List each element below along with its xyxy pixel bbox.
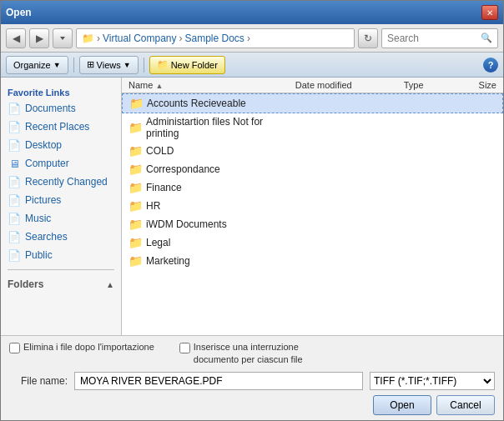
folder-icon: 📁 bbox=[129, 254, 143, 268]
toolbar-separator2 bbox=[144, 58, 144, 73]
file-name-cell: 📁 Accounts Recieveable bbox=[123, 96, 290, 111]
table-row[interactable]: 📁 COLD bbox=[122, 142, 503, 160]
sidebar-separator bbox=[8, 269, 114, 270]
file-type-cell bbox=[397, 150, 472, 152]
sidebar-item-label: Computer bbox=[25, 158, 69, 169]
column-header-date[interactable]: Date modified bbox=[289, 80, 397, 90]
file-list-area: Name ▲ Date modified Type Size 📁 Account… bbox=[122, 78, 503, 335]
refresh-button[interactable]: ↻ bbox=[358, 28, 378, 48]
breadcrumb-part2[interactable]: Sample Docs bbox=[185, 33, 244, 44]
search-box[interactable]: 🔍 bbox=[381, 28, 498, 48]
folder-icon: 📁 bbox=[129, 236, 143, 249]
back-button[interactable]: ◀ bbox=[6, 28, 26, 48]
open-button[interactable]: Open bbox=[373, 395, 431, 415]
buttons-row: Open Cancel bbox=[9, 395, 495, 415]
table-row[interactable]: 📁 iWDM Documents bbox=[122, 215, 503, 233]
folder-icon: 📁 bbox=[129, 144, 143, 158]
file-date-cell bbox=[289, 127, 397, 128]
dialog-title: Open bbox=[6, 7, 32, 18]
table-row[interactable]: 📁 Accounts Recieveable bbox=[122, 93, 503, 113]
computer-icon: 🖥 bbox=[8, 157, 21, 170]
file-type-cell bbox=[397, 168, 472, 170]
file-name: COLD bbox=[146, 145, 174, 157]
filename-label: File name: bbox=[9, 375, 68, 387]
close-button[interactable]: ✕ bbox=[481, 5, 498, 20]
file-size-cell bbox=[472, 187, 503, 188]
sidebar: Favorite Links 📄 Documents 📄 Recent Plac… bbox=[1, 78, 122, 335]
open-dialog: Open ✕ ◀ ▶ 📁 › Virtual Company › Sample … bbox=[0, 0, 504, 421]
checkbox-inserisce[interactable] bbox=[179, 343, 190, 353]
filetype-select[interactable]: TIFF (*.TIF;*.TIFF) bbox=[370, 372, 495, 390]
folder-icon: 📁 bbox=[129, 163, 143, 176]
file-date-cell bbox=[289, 260, 397, 262]
file-size-cell bbox=[472, 150, 503, 152]
views-icon: ⊞ bbox=[87, 59, 94, 70]
search-input[interactable] bbox=[387, 33, 481, 44]
folder-icon: 📁 bbox=[129, 121, 143, 134]
filename-row: File name: TIFF (*.TIF;*.TIFF) bbox=[9, 372, 495, 390]
folder-icon: 📁 bbox=[129, 97, 144, 110]
recent-places-icon: 📄 bbox=[8, 120, 21, 133]
file-size-cell bbox=[473, 103, 502, 104]
search-icon: 🔍 bbox=[481, 33, 492, 43]
folders-section[interactable]: Folders ▲ bbox=[1, 275, 121, 293]
file-date-cell bbox=[289, 150, 397, 152]
cancel-button[interactable]: Cancel bbox=[436, 395, 495, 415]
table-row[interactable]: 📁 Correspondance bbox=[122, 160, 503, 178]
checkbox-elimina[interactable] bbox=[9, 343, 20, 353]
filename-input[interactable] bbox=[74, 372, 363, 390]
file-name: Correspondance bbox=[146, 163, 220, 175]
breadcrumb[interactable]: 📁 › Virtual Company › Sample Docs › bbox=[76, 28, 355, 48]
file-name: Finance bbox=[146, 182, 182, 193]
table-row[interactable]: 📁 Legal bbox=[122, 233, 503, 252]
organize-label: Organize bbox=[13, 60, 51, 70]
table-row[interactable]: 📁 HR bbox=[122, 197, 503, 215]
file-size-cell bbox=[472, 260, 503, 262]
views-button[interactable]: ⊞ Views ▼ bbox=[79, 56, 139, 74]
file-type-cell bbox=[397, 187, 472, 188]
sidebar-item-desktop[interactable]: 📄 Desktop bbox=[1, 136, 121, 154]
sidebar-item-searches[interactable]: 📄 Searches bbox=[1, 228, 121, 246]
sidebar-item-music[interactable]: 📄 Music bbox=[1, 209, 121, 228]
file-name-cell: 📁 Marketing bbox=[122, 253, 289, 268]
title-bar-controls: ✕ bbox=[481, 5, 498, 20]
column-header-size[interactable]: Size bbox=[472, 80, 503, 90]
checkbox-elimina-label: Elimina i file dopo l'importazione bbox=[23, 341, 154, 353]
sidebar-item-computer[interactable]: 🖥 Computer bbox=[1, 154, 121, 173]
file-name: Legal bbox=[146, 237, 170, 248]
checkbox-group-1: Elimina i file dopo l'importazione bbox=[9, 341, 154, 365]
file-date-cell bbox=[289, 242, 397, 243]
file-type-cell bbox=[397, 205, 472, 207]
file-name-cell: 📁 Administartion files Not for printing bbox=[122, 115, 289, 140]
organize-button[interactable]: Organize ▼ bbox=[6, 56, 68, 74]
file-size-cell bbox=[472, 205, 503, 207]
table-row[interactable]: 📁 Marketing bbox=[122, 252, 503, 270]
help-button[interactable]: ? bbox=[483, 58, 498, 73]
breadcrumb-part1[interactable]: Virtual Company bbox=[103, 33, 177, 44]
toolbar-separator bbox=[73, 58, 74, 73]
dropdown-button[interactable] bbox=[53, 28, 73, 48]
checkbox-group-2: Inserisce una interruzione documento per… bbox=[179, 341, 344, 365]
file-name-cell: 📁 Correspondance bbox=[122, 162, 289, 177]
new-folder-button[interactable]: 📁 New Folder bbox=[149, 56, 225, 74]
column-header-name[interactable]: Name ▲ bbox=[122, 80, 289, 90]
sidebar-item-pictures[interactable]: 📄 Pictures bbox=[1, 191, 121, 209]
sidebar-item-recently-changed[interactable]: 📄 Recently Changed bbox=[1, 173, 121, 191]
forward-button[interactable]: ▶ bbox=[29, 28, 49, 48]
sidebar-item-label: Music bbox=[25, 213, 51, 224]
table-row[interactable]: 📁 Administartion files Not for printing bbox=[122, 113, 503, 142]
table-row[interactable]: 📁 Finance bbox=[122, 178, 503, 197]
sidebar-item-public[interactable]: 📄 Public bbox=[1, 246, 121, 264]
sidebar-item-recent-places[interactable]: 📄 Recent Places bbox=[1, 118, 121, 136]
file-type-cell bbox=[398, 103, 473, 104]
sidebar-item-documents[interactable]: 📄 Documents bbox=[1, 99, 121, 118]
folders-label: Folders bbox=[8, 278, 43, 290]
column-header-type[interactable]: Type bbox=[397, 80, 472, 90]
file-date-cell bbox=[289, 168, 397, 170]
file-type-cell bbox=[397, 127, 472, 128]
checkboxes-row: Elimina i file dopo l'importazione Inser… bbox=[9, 341, 495, 365]
file-type-cell bbox=[397, 242, 472, 243]
sidebar-item-label: Recently Changed bbox=[25, 176, 108, 188]
file-size-cell bbox=[472, 168, 503, 170]
public-icon: 📄 bbox=[8, 248, 21, 262]
